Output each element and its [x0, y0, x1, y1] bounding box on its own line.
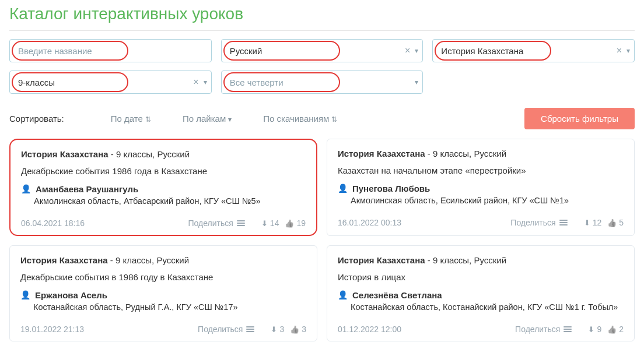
filters-row-2: 9-классы × ▾ Все четверти ▾ [9, 71, 635, 94]
filter-subject[interactable]: История Казахстана × ▾ [432, 39, 635, 62]
sort-icon: ▾ [228, 115, 232, 124]
sort-by-date[interactable]: По дате⇅ [111, 114, 151, 124]
sort-by-likes[interactable]: По лайкам▾ [183, 114, 232, 124]
sort-label: Сортировать: [9, 114, 64, 124]
filter-grade[interactable]: 9-классы × ▾ [9, 71, 212, 94]
lesson-card[interactable]: История Казахстана - 9 классы, Русский Д… [9, 245, 317, 341]
card-date: 16.01.2022 00:13 [338, 218, 510, 227]
lesson-card[interactable]: История Казахстана - 9 классы, Русский Д… [9, 139, 317, 236]
download-icon [584, 218, 590, 227]
sort-icon: ⇅ [145, 115, 151, 124]
card-footer: 01.12.2022 12:00 Поделиться 9 2 [338, 325, 624, 334]
card-title: История в лицах [338, 272, 624, 282]
chevron-down-icon[interactable]: ▾ [415, 78, 418, 86]
download-icon [588, 325, 594, 334]
author-name: Пунегова Любовь [352, 184, 430, 193]
card-author: 👤 Ержанова Асель [20, 290, 306, 300]
downloads-stat: 12 [584, 218, 602, 227]
likes-stat: 19 [285, 218, 306, 228]
chevron-down-icon[interactable]: ▾ [415, 47, 418, 55]
clear-icon[interactable]: × [405, 45, 410, 56]
lesson-card[interactable]: История Казахстана - 9 классы, Русский К… [327, 139, 635, 236]
card-author: 👤 Пунегова Любовь [338, 184, 624, 193]
menu-icon [559, 220, 568, 225]
card-title: Декабрьские события 1986 года в Казахста… [21, 166, 306, 176]
sort-options: По дате⇅ По лайкам▾ По скачиваниям⇅ [111, 114, 338, 124]
card-footer: 19.01.2022 21:13 Поделиться 3 3 [20, 325, 306, 334]
user-icon: 👤 [338, 290, 348, 299]
card-author: 👤 Селезнёва Светлана [338, 290, 624, 300]
card-date: 19.01.2022 21:13 [20, 325, 198, 334]
author-location: Акмолинская область, Атбасарский район, … [34, 196, 306, 206]
card-header: История Казахстана - 9 классы, Русский [338, 255, 624, 265]
menu-icon [564, 326, 572, 332]
downloads-stat: 3 [271, 325, 284, 334]
card-date: 01.12.2022 12:00 [338, 325, 515, 334]
like-icon [290, 325, 299, 334]
page-title: Каталог интерактивных уроков [9, 0, 635, 31]
filter-quarter[interactable]: Все четверти ▾ [221, 71, 424, 94]
filter-language[interactable]: Русский × ▾ [221, 39, 424, 62]
user-icon: 👤 [20, 290, 30, 299]
card-header: История Казахстана - 9 классы, Русский [338, 149, 624, 158]
card-header: История Казахстана - 9 классы, Русский [21, 149, 306, 159]
likes-stat: 3 [290, 325, 306, 334]
chevron-down-icon[interactable]: ▾ [204, 78, 207, 86]
sort-by-downloads[interactable]: По скачиваниям⇅ [263, 114, 337, 124]
author-name: Ержанова Асель [35, 290, 107, 300]
like-icon [607, 325, 617, 334]
quarter-placeholder: Все четверти [230, 77, 284, 87]
card-author: 👤 Аманбаева Раушангуль [21, 184, 306, 194]
share-button[interactable]: Поделиться [515, 325, 572, 334]
author-location: Костанайская область, Рудный Г.А., КГУ «… [33, 302, 306, 312]
menu-icon [237, 220, 245, 226]
like-icon [285, 218, 294, 228]
author-location: Акмолинская область, Есильский район, КГ… [351, 196, 624, 205]
reset-filters-button[interactable]: Сбросить фильтры [524, 108, 635, 129]
clear-icon[interactable]: × [193, 77, 198, 87]
grade-value: 9-классы [18, 77, 55, 87]
name-input[interactable] [9, 39, 212, 62]
card-date: 06.04.2021 18:16 [21, 218, 188, 228]
filter-name [9, 39, 212, 62]
lesson-card[interactable]: История Казахстана - 9 классы, Русский И… [327, 245, 635, 341]
author-name: Селезнёва Светлана [352, 290, 442, 300]
share-button[interactable]: Поделиться [510, 218, 567, 227]
card-footer: 06.04.2021 18:16 Поделиться 14 19 [21, 218, 306, 228]
user-icon: 👤 [338, 184, 348, 193]
card-title: Декабрьские события в 1986 году в Казахс… [20, 272, 306, 282]
likes-stat: 5 [607, 218, 624, 227]
author-name: Аманбаева Раушангуль [36, 184, 138, 194]
likes-stat: 2 [607, 325, 624, 334]
download-icon [271, 325, 277, 334]
card-title: Казахстан на начальном этапе «перестройк… [338, 165, 624, 175]
clear-icon[interactable]: × [617, 45, 622, 56]
card-header: История Казахстана - 9 классы, Русский [20, 255, 306, 265]
filters-row-1: Русский × ▾ История Казахстана × ▾ [9, 39, 635, 62]
share-button[interactable]: Поделиться [188, 218, 245, 228]
menu-icon [246, 326, 254, 332]
subject-value: История Казахстана [441, 46, 523, 56]
share-button[interactable]: Поделиться [198, 325, 254, 334]
card-footer: 16.01.2022 00:13 Поделиться 12 5 [338, 218, 624, 227]
like-icon [607, 218, 617, 227]
author-location: Костанайская область, Костанайский район… [351, 302, 624, 312]
sort-icon: ⇅ [331, 115, 337, 124]
sort-row: Сортировать: По дате⇅ По лайкам▾ По скач… [9, 102, 635, 139]
chevron-down-icon[interactable]: ▾ [626, 47, 630, 55]
downloads-stat: 9 [588, 325, 601, 334]
cards-grid: История Казахстана - 9 классы, Русский Д… [9, 139, 635, 341]
downloads-stat: 14 [261, 218, 279, 228]
language-value: Русский [230, 46, 262, 56]
user-icon: 👤 [21, 184, 31, 193]
download-icon [261, 218, 268, 228]
